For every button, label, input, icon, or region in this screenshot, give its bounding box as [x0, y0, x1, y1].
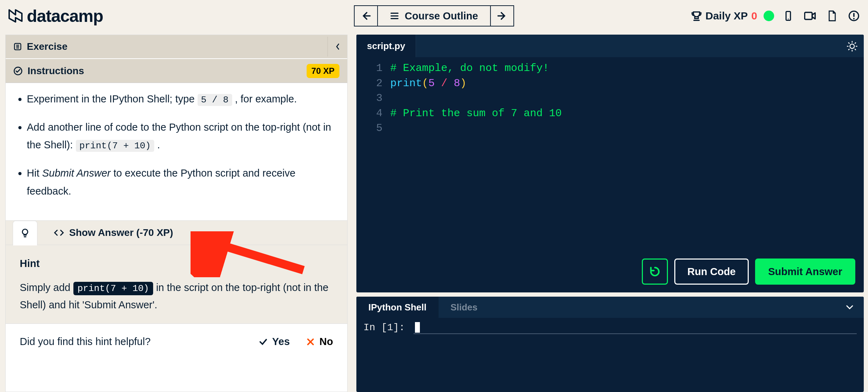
- shell-tab-slides[interactable]: Slides: [439, 297, 490, 318]
- course-nav: Course Outline: [354, 5, 514, 26]
- svg-point-5: [853, 18, 855, 19]
- collapse-exercise-button[interactable]: [327, 37, 347, 57]
- svg-point-1: [788, 19, 789, 20]
- course-outline-label: Course Outline: [405, 10, 478, 22]
- code-editor[interactable]: script.py 1 2 3 4 5 # Example, do not mo…: [356, 35, 864, 292]
- hint-feedback: Did you find this hint helpful? Yes No: [6, 323, 347, 360]
- list-icon: [13, 42, 22, 51]
- feedback-question: Did you find this hint helpful?: [20, 336, 151, 348]
- editor-filename: script.py: [367, 41, 405, 52]
- instruction-item: Add another line of code to the Python s…: [27, 118, 337, 154]
- chevron-down-icon: [846, 305, 853, 310]
- hint-code: print(7 + 10): [73, 282, 153, 295]
- svg-point-12: [850, 44, 855, 49]
- run-code-button[interactable]: Run Code: [674, 259, 749, 285]
- daily-xp-value: 0: [751, 10, 757, 22]
- code-inline: 5 / 8: [198, 94, 232, 106]
- hint-title: Hint: [20, 255, 333, 272]
- shell-cursor: [415, 322, 420, 333]
- instruction-item: Experiment in the IPython Shell; type 5 …: [27, 90, 337, 108]
- run-bar: Run Code Submit Answer: [642, 259, 855, 285]
- reset-icon: [649, 266, 661, 278]
- ipython-shell[interactable]: IPython Shell Slides In [1]:: [356, 297, 864, 392]
- editor-tabbar: script.py: [356, 35, 864, 57]
- brand-name: datacamp: [27, 6, 103, 26]
- video-icon[interactable]: [802, 8, 818, 24]
- report-issue-icon[interactable]: [846, 8, 862, 24]
- top-bar: datacamp Course Outline Daily XP 0: [0, 0, 868, 32]
- code-icon: [54, 228, 64, 237]
- trophy-icon: [691, 11, 702, 21]
- menu-icon: [390, 11, 399, 20]
- daily-xp[interactable]: Daily XP 0: [691, 10, 757, 22]
- svg-line-17: [849, 43, 849, 43]
- arrow-left-icon: [361, 11, 371, 21]
- datacamp-logo-icon: [7, 7, 25, 25]
- hint-body: Hint Simply add print(7 + 10) in the scr…: [6, 245, 347, 323]
- show-answer-label: Show Answer (-70 XP): [69, 227, 173, 238]
- brand-logo[interactable]: datacamp: [7, 6, 103, 26]
- daily-xp-label: Daily XP: [705, 10, 748, 22]
- svg-line-20: [855, 43, 856, 43]
- instructions-body: Experiment in the IPython Shell; type 5 …: [6, 83, 347, 220]
- check-circle-icon: [13, 66, 23, 76]
- shell-tab-ipython[interactable]: IPython Shell: [356, 297, 439, 318]
- instructions-title: Instructions: [28, 65, 84, 77]
- instruction-item: Hit Submit Answer to execute the Python …: [27, 164, 337, 200]
- left-panel: Exercise Instructions 70 XP Experiment i…: [5, 35, 348, 392]
- check-icon: [259, 337, 268, 346]
- svg-rect-2: [804, 12, 812, 19]
- submit-answer-button[interactable]: Submit Answer: [755, 259, 855, 285]
- hint-tabs: Show Answer (-70 XP): [6, 220, 347, 245]
- instructions-header[interactable]: Instructions 70 XP: [6, 59, 347, 83]
- theme-toggle-button[interactable]: [845, 40, 859, 53]
- code-area[interactable]: 1 2 3 4 5 # Example, do not modify! prin…: [356, 57, 864, 139]
- svg-line-18: [855, 49, 856, 50]
- lightbulb-icon: [20, 228, 30, 238]
- next-exercise-button[interactable]: [490, 5, 514, 26]
- shell-input-line[interactable]: [414, 322, 857, 334]
- show-answer-button[interactable]: Show Answer (-70 XP): [47, 220, 180, 245]
- shell-prompt: In [1]:: [363, 322, 411, 333]
- x-icon: [306, 337, 315, 346]
- exercise-title: Exercise: [27, 41, 67, 52]
- exercise-header[interactable]: Exercise: [6, 35, 347, 59]
- sun-icon: [847, 41, 857, 52]
- shell-expand-button[interactable]: [839, 297, 860, 318]
- topbar-right: Daily XP 0: [691, 0, 862, 32]
- xp-badge: 70 XP: [307, 64, 339, 78]
- line-gutter: 1 2 3 4 5: [356, 61, 390, 136]
- hint-tab-button[interactable]: [13, 221, 37, 245]
- svg-line-19: [849, 49, 849, 50]
- status-online-icon: [764, 11, 774, 21]
- course-outline-button[interactable]: Course Outline: [378, 5, 490, 26]
- editor-tab[interactable]: script.py: [356, 35, 416, 57]
- shell-tabbar: IPython Shell Slides: [356, 297, 864, 318]
- chevron-left-icon: [334, 43, 341, 50]
- shell-body[interactable]: In [1]:: [356, 318, 864, 392]
- right-panel: script.py 1 2 3 4 5 # Example, do not mo…: [356, 35, 864, 392]
- arrow-right-icon: [497, 11, 507, 21]
- svg-point-11: [22, 229, 28, 234]
- code-lines[interactable]: # Example, do not modify! print(5 / 8) #…: [390, 61, 864, 136]
- feedback-no-button[interactable]: No: [306, 336, 333, 348]
- code-inline: print(7 + 10): [76, 140, 155, 152]
- reset-code-button[interactable]: [642, 259, 668, 285]
- mobile-icon[interactable]: [780, 8, 796, 24]
- prev-exercise-button[interactable]: [354, 5, 378, 26]
- document-icon[interactable]: [824, 8, 840, 24]
- feedback-yes-button[interactable]: Yes: [259, 336, 290, 348]
